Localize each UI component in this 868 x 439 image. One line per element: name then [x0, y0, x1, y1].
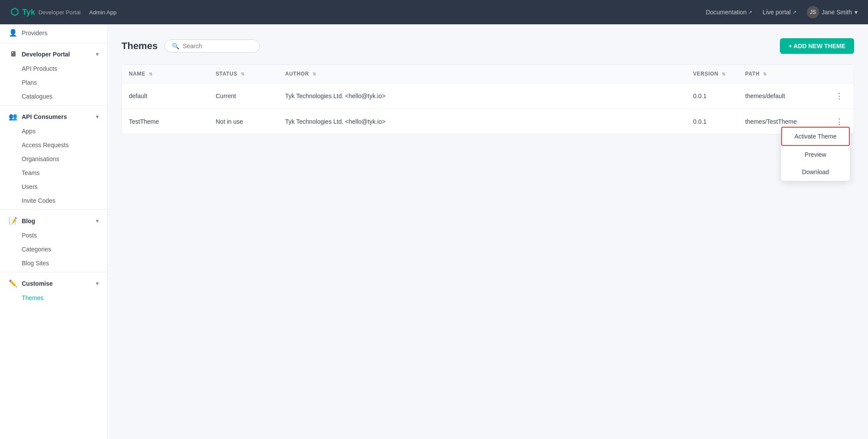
- table-row: TestTheme Not in use Tyk Technologies Lt…: [122, 109, 854, 135]
- row2-author: Tyk Technologies Ltd. <hello@tyk.io>: [278, 109, 686, 135]
- sidebar-item-users[interactable]: Users: [0, 180, 107, 194]
- live-portal-link[interactable]: Live portal ↗: [763, 9, 796, 16]
- user-menu[interactable]: JS Jane Smith ▾: [807, 6, 858, 18]
- dropdown-item-download[interactable]: Download: [781, 163, 850, 181]
- blog-sites-label: Blog Sites: [22, 260, 49, 267]
- row1-name: default: [122, 83, 209, 109]
- top-navigation: ⬡ Tyk Developer Portal Admin App Documen…: [0, 0, 868, 24]
- sidebar-item-teams[interactable]: Teams: [0, 166, 107, 180]
- main-content: Themes 🔍 + ADD NEW THEME NAME ⇅: [108, 24, 868, 439]
- row2-version: 0.0.1: [686, 109, 738, 135]
- sidebar-item-blog-sites[interactable]: Blog Sites: [0, 256, 107, 270]
- users-label: Users: [22, 183, 38, 190]
- col-path-label: PATH: [745, 71, 760, 77]
- api-consumers-icon: 👥: [9, 112, 17, 121]
- admin-app-label: Admin App: [89, 9, 117, 16]
- api-products-label: API Products: [22, 65, 57, 72]
- developer-portal-chevron-icon: ▾: [96, 51, 99, 57]
- col-header-actions: [825, 65, 854, 83]
- catalogues-label: Catalogues: [22, 93, 53, 100]
- providers-icon: 👤: [9, 29, 17, 37]
- sidebar-item-providers[interactable]: 👤 Providers: [0, 24, 107, 41]
- teams-label: Teams: [22, 169, 39, 176]
- row1-status: Current: [209, 83, 278, 109]
- sidebar-item-plans[interactable]: Plans: [0, 76, 107, 89]
- page-header: Themes 🔍 + ADD NEW THEME: [122, 38, 854, 54]
- sidebar-group-blog[interactable]: 📝 Blog ▾: [0, 211, 107, 228]
- search-icon: 🔍: [172, 43, 179, 50]
- col-path-sort-icon: ⇅: [763, 72, 767, 76]
- posts-label: Posts: [22, 232, 37, 239]
- sidebar-item-access-requests[interactable]: Access Requests: [0, 138, 107, 152]
- row1-version: 0.0.1: [686, 83, 738, 109]
- sidebar-item-api-products[interactable]: API Products: [0, 62, 107, 76]
- sidebar-group-customise[interactable]: ✏️ Customise ▾: [0, 274, 107, 291]
- main-layout: 👤 Providers 🖥 Developer Portal ▾ API Pro…: [0, 24, 868, 439]
- sidebar-group-developer-portal[interactable]: 🖥 Developer Portal ▾: [0, 45, 107, 62]
- page-title: Themes: [122, 40, 158, 52]
- plans-label: Plans: [22, 79, 37, 86]
- apps-label: Apps: [22, 128, 36, 135]
- customise-chevron-icon: ▾: [96, 281, 99, 287]
- search-box[interactable]: 🔍: [164, 40, 260, 53]
- blog-icon: 📝: [9, 217, 17, 225]
- blog-label: Blog: [22, 218, 35, 224]
- live-portal-label: Live portal: [763, 9, 791, 16]
- documentation-label: Documentation: [706, 9, 746, 16]
- sidebar-divider-2: [0, 105, 107, 106]
- documentation-link[interactable]: Documentation ↗: [706, 9, 752, 16]
- categories-label: Categories: [22, 246, 51, 253]
- tyk-logo-icon: ⬡: [10, 7, 19, 18]
- customise-icon: ✏️: [9, 279, 17, 287]
- row1-path: themes/default: [738, 83, 825, 109]
- sidebar-divider-3: [0, 209, 107, 210]
- organisations-label: Organisations: [22, 155, 59, 162]
- add-new-theme-button[interactable]: + ADD NEW THEME: [780, 38, 854, 54]
- blog-chevron-icon: ▾: [96, 218, 99, 224]
- documentation-external-icon: ↗: [748, 10, 752, 15]
- tyk-logo-subtext: Developer Portal: [39, 9, 81, 16]
- col-version-label: VERSION: [693, 71, 718, 77]
- topnav-right: Documentation ↗ Live portal ↗ JS Jane Sm…: [706, 6, 858, 18]
- live-portal-external-icon: ↗: [792, 10, 796, 15]
- col-header-author[interactable]: AUTHOR ⇅: [278, 65, 686, 83]
- col-author-sort-icon: ⇅: [312, 72, 316, 76]
- developer-portal-icon: 🖥: [9, 50, 17, 58]
- customise-label: Customise: [22, 280, 53, 287]
- sidebar-item-organisations[interactable]: Organisations: [0, 152, 107, 166]
- sidebar-item-apps[interactable]: Apps: [0, 124, 107, 138]
- row1-actions-button[interactable]: ⋮: [832, 89, 847, 102]
- sidebar-item-invite-codes[interactable]: Invite Codes: [0, 194, 107, 208]
- sidebar-item-posts[interactable]: Posts: [0, 228, 107, 242]
- invite-codes-label: Invite Codes: [22, 197, 56, 204]
- themes-label: Themes: [22, 294, 44, 301]
- col-author-label: AUTHOR: [285, 71, 309, 77]
- tyk-logo[interactable]: ⬡ Tyk Developer Portal: [10, 7, 81, 18]
- tyk-logo-text: Tyk: [22, 8, 35, 17]
- table-header: NAME ⇅ STATUS ⇅ AUTHOR ⇅ VERSION: [122, 65, 854, 83]
- topnav-left: ⬡ Tyk Developer Portal Admin App: [10, 7, 116, 18]
- sidebar-item-themes[interactable]: Themes: [0, 291, 107, 305]
- sidebar-item-categories[interactable]: Categories: [0, 242, 107, 256]
- col-version-sort-icon: ⇅: [722, 72, 726, 76]
- sidebar-divider-4: [0, 272, 107, 272]
- col-header-status[interactable]: STATUS ⇅: [209, 65, 278, 83]
- dropdown-item-activate-theme[interactable]: Activate Theme: [781, 127, 850, 146]
- row2-actions: ⋮ Activate Theme Preview Download: [825, 109, 854, 135]
- col-status-sort-icon: ⇅: [241, 72, 245, 76]
- sidebar-item-catalogues[interactable]: Catalogues: [0, 89, 107, 103]
- col-status-label: STATUS: [216, 71, 237, 77]
- col-header-version[interactable]: VERSION ⇅: [686, 65, 738, 83]
- search-input[interactable]: [183, 43, 253, 50]
- themes-table: NAME ⇅ STATUS ⇅ AUTHOR ⇅ VERSION: [122, 65, 854, 134]
- sidebar-group-api-consumers[interactable]: 👥 API Consumers ▾: [0, 107, 107, 124]
- developer-portal-label: Developer Portal: [22, 51, 70, 58]
- dropdown-item-preview[interactable]: Preview: [781, 146, 850, 163]
- row1-author: Tyk Technologies Ltd. <hello@tyk.io>: [278, 83, 686, 109]
- col-name-label: NAME: [129, 71, 145, 77]
- col-header-name[interactable]: NAME ⇅: [122, 65, 209, 83]
- row2-dropdown-menu: Activate Theme Preview Download: [781, 126, 850, 181]
- user-avatar: JS: [807, 6, 819, 18]
- api-consumers-label: API Consumers: [22, 113, 67, 120]
- col-header-path[interactable]: PATH ⇅: [738, 65, 825, 83]
